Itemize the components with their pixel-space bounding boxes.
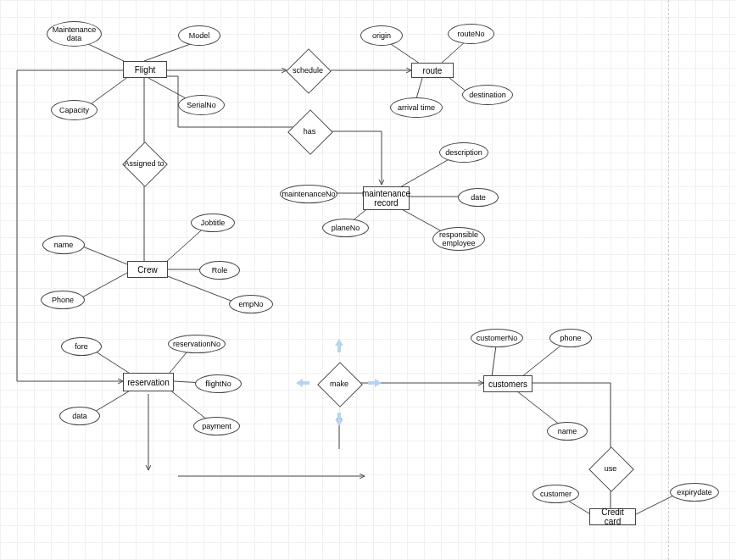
attr-label: arrival time bbox=[398, 103, 435, 112]
attr-label: expirydate bbox=[677, 488, 712, 496]
attr-label: routeNo bbox=[457, 30, 484, 38]
entity-maintenance-record[interactable]: maintenance record bbox=[363, 186, 410, 210]
attr-label: name bbox=[558, 427, 577, 435]
relationship-label: Assigned to bbox=[124, 159, 164, 168]
attr-capacity[interactable]: Capacity bbox=[51, 100, 98, 120]
entity-label: reservation bbox=[127, 378, 169, 387]
entity-label: route bbox=[423, 66, 443, 75]
handle-arrow-up-icon[interactable] bbox=[331, 337, 348, 354]
attr-jobtitle[interactable]: Jobtitle bbox=[191, 213, 235, 232]
handle-arrow-left-icon[interactable] bbox=[294, 374, 311, 391]
relationship-has[interactable]: has bbox=[288, 110, 331, 152]
attr-data[interactable]: data bbox=[59, 407, 100, 425]
attr-label: customer bbox=[540, 490, 572, 498]
attr-reservationno[interactable]: reservationNo bbox=[168, 335, 226, 353]
attr-label: customerNo bbox=[477, 334, 518, 342]
attr-serialno[interactable]: SerialNo bbox=[178, 95, 225, 115]
entity-crew[interactable]: Crew bbox=[127, 261, 168, 278]
attr-name-cust[interactable]: name bbox=[547, 422, 588, 441]
relationship-schedule[interactable]: schedule bbox=[287, 49, 329, 91]
attr-label: phone bbox=[560, 334, 581, 342]
attr-name-crew[interactable]: name bbox=[42, 236, 85, 254]
attr-routeno[interactable]: routeNo bbox=[448, 24, 494, 44]
attr-label: SerialNo bbox=[187, 101, 216, 109]
attr-label: data bbox=[72, 412, 87, 420]
attr-arrival-time[interactable]: arrival time bbox=[390, 97, 443, 118]
relationship-label: use bbox=[605, 464, 617, 473]
entity-route[interactable]: route bbox=[411, 63, 454, 78]
entity-label: maintenance record bbox=[362, 189, 410, 208]
handle-arrow-right-icon[interactable] bbox=[366, 374, 383, 391]
entity-customers[interactable]: customers bbox=[483, 375, 532, 392]
attr-label: Jobtitle bbox=[201, 219, 226, 227]
attr-phone-cust[interactable]: phone bbox=[549, 329, 592, 347]
attr-label: date bbox=[471, 193, 486, 202]
attr-expirydate[interactable]: expirydate bbox=[670, 483, 719, 502]
attr-label: responsible employee bbox=[435, 230, 482, 247]
attr-label: name bbox=[54, 241, 74, 249]
entity-reservation[interactable]: reservation bbox=[123, 373, 174, 391]
attr-flightno[interactable]: flightNo bbox=[195, 374, 242, 393]
attr-label: maintenanceNo bbox=[282, 190, 335, 198]
attr-phone-crew[interactable]: Phone bbox=[41, 291, 85, 309]
attr-label: planeNo bbox=[332, 224, 360, 232]
attr-label: empNo bbox=[238, 300, 263, 308]
attr-origin[interactable]: origin bbox=[360, 25, 403, 46]
attr-label: Phone bbox=[52, 296, 74, 304]
attr-customer-cc[interactable]: customer bbox=[532, 485, 579, 503]
attr-label: origin bbox=[372, 31, 391, 40]
entity-credit-card[interactable]: Credit card bbox=[589, 508, 636, 525]
attr-label: destination bbox=[469, 91, 506, 99]
attr-description[interactable]: description bbox=[439, 142, 488, 163]
attr-date[interactable]: date bbox=[458, 188, 499, 207]
page-divider bbox=[668, 0, 669, 560]
relationship-label: schedule bbox=[293, 66, 323, 75]
attr-label: Capacity bbox=[59, 106, 89, 114]
entity-label: Flight bbox=[135, 65, 155, 75]
attr-payment[interactable]: payment bbox=[193, 417, 240, 435]
attr-responsible-employee[interactable]: responsible employee bbox=[432, 227, 485, 251]
relationship-label: has bbox=[304, 127, 316, 136]
entity-flight[interactable]: Flight bbox=[123, 61, 167, 78]
attr-fore[interactable]: fore bbox=[61, 337, 102, 356]
attr-empno[interactable]: empNo bbox=[229, 295, 273, 313]
attr-label: fore bbox=[75, 342, 88, 351]
relationship-use[interactable]: use bbox=[589, 447, 632, 490]
relationship-label: make bbox=[330, 380, 348, 388]
attr-customerno[interactable]: customerNo bbox=[471, 329, 523, 347]
attr-label: flightNo bbox=[205, 380, 231, 388]
attr-label: Maintenance data bbox=[49, 25, 99, 42]
attr-maintenance-data[interactable]: Maintenance data bbox=[47, 21, 102, 47]
attr-label: Role bbox=[212, 266, 228, 274]
relationship-assigned-to[interactable]: Assigned to bbox=[123, 142, 165, 185]
attr-planeno[interactable]: planeNo bbox=[322, 219, 369, 237]
entity-label: Credit card bbox=[594, 507, 632, 526]
attr-label: reservationNo bbox=[173, 340, 220, 348]
attr-destination[interactable]: destination bbox=[462, 85, 513, 105]
attr-role[interactable]: Role bbox=[199, 261, 240, 280]
handle-arrow-down-icon[interactable] bbox=[331, 411, 348, 428]
entity-label: Crew bbox=[137, 265, 157, 274]
attr-label: description bbox=[445, 148, 482, 157]
relationship-make[interactable]: make bbox=[318, 363, 360, 405]
attr-model[interactable]: Model bbox=[178, 25, 220, 46]
attr-label: Model bbox=[189, 31, 210, 40]
entity-label: customers bbox=[488, 380, 527, 389]
attr-maintenanceno[interactable]: maintenanceNo bbox=[280, 185, 337, 203]
attr-label: payment bbox=[202, 422, 231, 430]
